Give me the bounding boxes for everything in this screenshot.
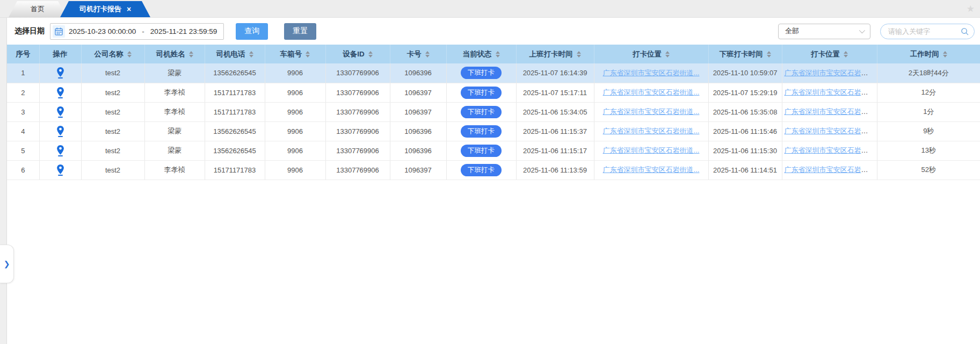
column-label: 打卡位置 bbox=[811, 49, 840, 59]
column-label: 上班打卡时间 bbox=[529, 49, 573, 59]
table-row[interactable]: 2 test2 李孝祯 15171171783 9906 13307769906… bbox=[7, 83, 980, 102]
clockout-location-link[interactable]: 广东省深圳市宝安区石岩街道... bbox=[785, 88, 877, 96]
column-header-work[interactable]: 工作时间 bbox=[877, 45, 980, 63]
search-icon[interactable] bbox=[961, 27, 969, 35]
column-header-off_loc[interactable]: 打卡位置 bbox=[782, 45, 877, 63]
cell-driver-name: 李孝祯 bbox=[144, 102, 205, 121]
status-button[interactable]: 下班打卡 bbox=[461, 87, 502, 99]
cell-company: test2 bbox=[81, 160, 144, 180]
tab-home[interactable]: 首页 bbox=[9, 1, 67, 17]
column-label: 操作 bbox=[53, 49, 68, 59]
tab-driver-clockin-report-label: 司机打卡报告 bbox=[79, 4, 121, 14]
reset-button[interactable]: 重置 bbox=[284, 23, 316, 40]
status-button[interactable]: 下班打卡 bbox=[461, 106, 502, 118]
sort-icon[interactable] bbox=[306, 51, 310, 58]
sort-icon[interactable] bbox=[496, 51, 500, 58]
column-label: 车箱号 bbox=[280, 49, 302, 59]
location-pin-icon[interactable] bbox=[57, 106, 64, 118]
column-header-off_time[interactable]: 下班打卡时间 bbox=[708, 45, 782, 63]
category-select[interactable]: 全部 bbox=[778, 24, 870, 39]
date-range-input[interactable]: 2025-10-23 00:00:00 - 2025-11-21 23:59:5… bbox=[50, 23, 224, 40]
column-header-card[interactable]: 卡号 bbox=[390, 45, 446, 63]
column-header-company[interactable]: 公司名称 bbox=[81, 45, 144, 63]
location-pin-icon[interactable] bbox=[57, 164, 64, 176]
sidebar-expand-handle[interactable]: ❯ bbox=[0, 245, 14, 283]
cell-card-number: 1096396 bbox=[390, 141, 446, 160]
sort-icon[interactable] bbox=[127, 51, 132, 58]
clockin-location-link[interactable]: 广东省深圳市宝安区石岩街道... bbox=[603, 127, 700, 135]
sort-icon[interactable] bbox=[425, 51, 430, 58]
location-pin-icon[interactable] bbox=[57, 87, 64, 98]
status-button[interactable]: 下班打卡 bbox=[461, 164, 502, 176]
location-pin-icon[interactable] bbox=[57, 67, 64, 78]
cell-car-number: 9906 bbox=[265, 83, 325, 102]
clockin-location-link[interactable]: 广东省深圳市宝安区石岩街道... bbox=[603, 146, 700, 154]
clockin-location-link[interactable]: 广东省深圳市宝安区石岩街道... bbox=[603, 166, 700, 174]
clockout-location-link[interactable]: 广东省深圳市宝安区石岩街道... bbox=[785, 108, 877, 116]
cell-work-duration: 13秒 bbox=[877, 141, 980, 160]
sort-icon[interactable] bbox=[368, 51, 373, 58]
cell-company: test2 bbox=[81, 121, 144, 141]
table-row[interactable]: 3 test2 李孝祯 15171171783 9906 13307769906… bbox=[7, 102, 980, 121]
cell-driver-phone: 15171171783 bbox=[205, 83, 265, 102]
column-header-on_time[interactable]: 上班打卡时间 bbox=[516, 45, 594, 63]
favorite-star-icon[interactable]: ★ bbox=[967, 3, 975, 15]
tab-home-label: 首页 bbox=[31, 4, 45, 14]
status-button[interactable]: 下班打卡 bbox=[461, 125, 502, 138]
clockout-location-link[interactable]: 广东省深圳市宝安区石岩街道... bbox=[785, 146, 877, 154]
table-row[interactable]: 4 test2 梁蒙 13562626545 9906 13307769906 … bbox=[7, 121, 980, 141]
cell-work-duration: 1分 bbox=[877, 102, 980, 121]
cell-clockout-time: 2025-11-07 15:29:19 bbox=[708, 83, 782, 102]
column-label: 公司名称 bbox=[95, 49, 124, 59]
clockout-location-link[interactable]: 广东省深圳市宝安区石岩街道... bbox=[785, 166, 877, 174]
column-header-device[interactable]: 设备ID bbox=[325, 45, 390, 63]
cell-operation bbox=[39, 63, 81, 83]
cell-driver-name: 梁蒙 bbox=[144, 141, 205, 160]
sort-icon[interactable] bbox=[189, 51, 193, 58]
cell-index: 2 bbox=[7, 83, 39, 102]
column-header-status[interactable]: 当前状态 bbox=[446, 45, 516, 63]
cell-company: test2 bbox=[81, 102, 144, 121]
status-button[interactable]: 下班打卡 bbox=[461, 145, 502, 157]
cell-work-duration: 12分 bbox=[877, 83, 980, 102]
cell-status: 下班打卡 bbox=[446, 83, 516, 102]
cell-card-number: 1096396 bbox=[390, 121, 446, 141]
query-button[interactable]: 查询 bbox=[236, 23, 268, 40]
cell-driver-phone: 15171171783 bbox=[205, 102, 265, 121]
cell-clockin-location: 广东省深圳市宝安区石岩街道... bbox=[594, 102, 708, 121]
column-label: 打卡位置 bbox=[633, 49, 662, 59]
table-row[interactable]: 1 test2 梁蒙 13562626545 9906 13307769906 … bbox=[7, 63, 980, 83]
table-row[interactable]: 5 test2 梁蒙 13562626545 9906 13307769906 … bbox=[7, 141, 980, 160]
category-select-value: 全部 bbox=[785, 26, 799, 36]
cell-clockout-location: 广东省深圳市宝安区石岩街道... bbox=[782, 160, 877, 180]
search-input[interactable] bbox=[888, 27, 961, 35]
close-icon[interactable]: × bbox=[127, 5, 131, 13]
calendar-icon bbox=[53, 25, 65, 38]
sort-icon[interactable] bbox=[577, 51, 581, 58]
table-row[interactable]: 6 test2 李孝祯 15171171783 9906 13307769906… bbox=[7, 160, 980, 180]
column-header-driver[interactable]: 司机姓名 bbox=[144, 45, 205, 63]
column-header-on_loc[interactable]: 打卡位置 bbox=[594, 45, 708, 63]
sort-icon[interactable] bbox=[767, 51, 771, 58]
cell-clockin-time: 2025-11-07 15:17:11 bbox=[516, 83, 594, 102]
cell-driver-name: 李孝祯 bbox=[144, 160, 205, 180]
clockin-location-link[interactable]: 广东省深圳市宝安区石岩街道... bbox=[603, 88, 700, 96]
clockin-location-link[interactable]: 广东省深圳市宝安区石岩街道... bbox=[603, 108, 700, 116]
date-range-label: 选择日期 bbox=[14, 26, 45, 36]
sort-icon[interactable] bbox=[844, 51, 848, 58]
clockin-location-link[interactable]: 广东省深圳市宝安区石岩街道... bbox=[603, 69, 700, 77]
column-header-phone[interactable]: 司机电话 bbox=[205, 45, 265, 63]
sort-icon[interactable] bbox=[249, 51, 253, 58]
location-pin-icon[interactable] bbox=[57, 145, 64, 156]
sort-icon[interactable] bbox=[943, 51, 947, 58]
table-body: 1 test2 梁蒙 13562626545 9906 13307769906 … bbox=[7, 63, 980, 180]
column-header-car[interactable]: 车箱号 bbox=[265, 45, 325, 63]
clockout-location-link[interactable]: 广东省深圳市宝安区石岩街道... bbox=[785, 127, 877, 135]
location-pin-icon[interactable] bbox=[57, 126, 64, 137]
cell-clockin-time: 2025-11-06 11:15:37 bbox=[516, 121, 594, 141]
tab-driver-clockin-report[interactable]: 司机打卡报告 × bbox=[60, 1, 150, 17]
clockout-location-link[interactable]: 广东省深圳市宝安区石岩街道... bbox=[785, 69, 877, 77]
status-button[interactable]: 下班打卡 bbox=[461, 67, 502, 79]
clockin-report-table: 序号操作公司名称司机姓名司机电话车箱号设备ID卡号当前状态上班打卡时间打卡位置下… bbox=[7, 45, 980, 180]
sort-icon[interactable] bbox=[665, 51, 670, 58]
